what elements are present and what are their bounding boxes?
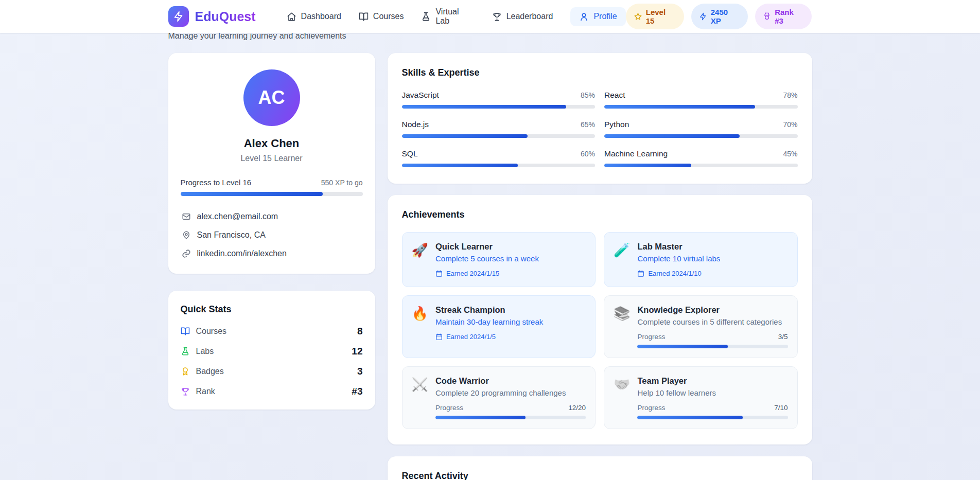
achievement-desc: Maintain 30-day learning streak [435, 317, 586, 326]
stat-value: 12 [352, 346, 362, 357]
star-icon [634, 12, 642, 21]
achievement-name: Code Warrior [435, 376, 586, 386]
achievement-name: Lab Master [637, 242, 787, 252]
skill-bar-fill [604, 134, 740, 138]
profile-name: Alex Chen [181, 137, 363, 150]
skill-nodejs: Node.js65% [402, 120, 596, 138]
rocket-icon: 🚀 [412, 242, 428, 277]
fire-icon: 🔥 [412, 305, 428, 348]
achievement-desc: Complete 20 programming challenges [435, 388, 586, 397]
linkedin-text: linkedin.com/in/alexchen [197, 249, 287, 258]
profile-card: AC Alex Chen Level 15 Learner Progress t… [168, 53, 375, 274]
achievement-bar-track [637, 416, 787, 419]
stat-row-rank: Rank #3 [181, 386, 363, 397]
skill-bar-track [402, 134, 596, 138]
stat-row-courses: Courses 8 [181, 326, 363, 337]
achievement-name: Quick Learner [435, 242, 586, 252]
achievement-bar-fill [435, 416, 526, 419]
nav-item-profile[interactable]: Profile [570, 7, 625, 26]
user-icon [579, 12, 589, 22]
achievement-desc: Complete 5 courses in a week [435, 254, 586, 263]
stat-label: Badges [196, 367, 224, 376]
progress-value: 12/20 [568, 404, 586, 412]
rank-badge: Rank #3 [755, 4, 812, 29]
earned-date: Earned 2024/1/5 [446, 333, 496, 341]
stat-label: Rank [196, 387, 215, 396]
page-content: Manage your learning journey and achieve… [0, 33, 980, 480]
handshake-icon: 🤝 [614, 376, 630, 419]
achievements-title: Achievements [402, 209, 798, 220]
skill-bar-fill [604, 105, 755, 109]
achievement-lab-master[interactable]: 🧪 Lab Master Complete 10 virtual labs Ea… [604, 232, 798, 287]
skill-name: Python [604, 120, 629, 129]
skill-bar-track [604, 105, 798, 109]
skill-bar-fill [604, 164, 691, 167]
achievement-knowledge-explorer[interactable]: 📚 Knowledge Explorer Complete courses in… [604, 295, 798, 358]
medal-icon [763, 12, 771, 21]
achievement-quick-learner[interactable]: 🚀 Quick Learner Complete 5 courses in a … [402, 232, 596, 287]
stat-row-labs: Labs 12 [181, 346, 363, 357]
skill-pct: 65% [581, 120, 595, 129]
achievement-name: Streak Champion [435, 305, 586, 315]
skill-bar-track [402, 105, 596, 109]
achievement-team-player[interactable]: 🤝 Team Player Help 10 fellow learners Pr… [604, 366, 798, 429]
level-badge-label: Level 15 [646, 8, 676, 25]
level-progress-label: Progress to Level 16 [181, 178, 252, 187]
progress-label: Progress [435, 404, 463, 412]
brand[interactable]: EduQuest [168, 6, 256, 27]
nav-item-courses[interactable]: Courses [359, 7, 404, 26]
achievement-desc: Complete courses in 5 different categori… [637, 317, 787, 326]
contact-linkedin[interactable]: linkedin.com/in/alexchen [181, 249, 363, 258]
nav-label: Profile [593, 12, 617, 21]
progress-label: Progress [637, 404, 665, 412]
skill-bar-track [604, 134, 798, 138]
achievements-card: Achievements 🚀 Quick Learner Complete 5 … [388, 195, 812, 445]
flask-icon [181, 347, 190, 356]
progress-value: 3/5 [778, 333, 788, 341]
calendar-icon [435, 333, 443, 341]
nav-item-virtual-lab[interactable]: Virtual Lab [421, 3, 474, 30]
progress-value: 7/10 [774, 404, 787, 412]
xp-badge: 2450 XP [691, 4, 748, 29]
achievement-streak-champion[interactable]: 🔥 Streak Champion Maintain 30-day learni… [402, 295, 596, 358]
progress-label: Progress [637, 333, 665, 341]
calendar-icon [637, 270, 644, 277]
contact-info: alex.chen@email.com San Francisco, CA li… [181, 212, 363, 258]
nav-item-leaderboard[interactable]: Leaderboard [492, 7, 553, 26]
book-open-icon [359, 12, 369, 22]
skills-card: Skills & Expertise JavaScript85% React78… [388, 53, 812, 184]
achievement-bar-track [637, 345, 787, 348]
test-tube-icon: 🧪 [614, 242, 630, 277]
top-navbar: EduQuest Dashboard Courses Virtual Lab L… [0, 0, 980, 33]
achievement-bar-fill [637, 345, 727, 348]
earned-date: Earned 2024/1/15 [446, 270, 499, 277]
skill-javascript: JavaScript85% [402, 91, 596, 109]
skill-bar-fill [402, 164, 518, 167]
skill-bar-fill [402, 105, 566, 109]
brand-name: EduQuest [195, 9, 256, 24]
map-pin-icon [182, 230, 191, 240]
skill-pct: 78% [783, 91, 797, 99]
brand-logo-zap-icon [168, 6, 189, 27]
recent-activity-card: Recent Activity Completed "Advanced Reac… [388, 456, 812, 480]
skill-python: Python70% [604, 120, 798, 138]
recent-activity-title: Recent Activity [402, 471, 798, 480]
nav-item-dashboard[interactable]: Dashboard [287, 7, 341, 26]
stat-value: #3 [352, 386, 362, 397]
trophy-icon [492, 12, 502, 22]
quick-stats-title: Quick Stats [181, 304, 363, 315]
nav-label: Courses [373, 12, 404, 21]
achievement-bar-fill [637, 416, 742, 419]
skill-name: React [604, 91, 625, 100]
achievement-bar-track [435, 416, 586, 419]
skill-sql: SQL60% [402, 149, 596, 167]
achievement-name: Team Player [637, 376, 787, 386]
achievement-name: Knowledge Explorer [637, 305, 787, 315]
nav-label: Dashboard [301, 12, 341, 21]
stat-label: Labs [196, 347, 214, 356]
earned-date: Earned 2024/1/10 [648, 270, 701, 277]
email-text: alex.chen@email.com [197, 212, 278, 221]
achievement-code-warrior[interactable]: ⚔️ Code Warrior Complete 20 programming … [402, 366, 596, 429]
skill-bar-track [402, 164, 596, 167]
skill-name: Machine Learning [604, 149, 668, 158]
